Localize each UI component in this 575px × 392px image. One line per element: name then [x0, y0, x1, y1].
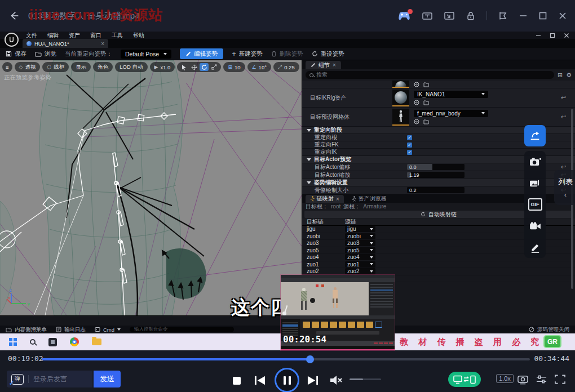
retarget-root-checkbox[interactable]: ✓: [407, 135, 412, 140]
taskbar-app-icon[interactable]: [48, 338, 57, 346]
save-button[interactable]: 保存: [6, 50, 26, 58]
chrome-icon[interactable]: [70, 337, 79, 346]
asset-tab[interactable]: HUA_NANO1* ×: [23, 39, 108, 48]
view-options-icon[interactable]: ⊞: [558, 72, 563, 79]
chain-source-dropdown[interactable]: zuo3: [345, 240, 375, 246]
grid-snap-toggle[interactable]: ⊞10: [223, 62, 245, 72]
screenshot-icon[interactable]: [529, 155, 541, 168]
back-icon[interactable]: [8, 10, 20, 22]
windows-start-icon[interactable]: [9, 338, 17, 346]
mini-window-icon[interactable]: [444, 11, 455, 21]
lod-button[interactable]: LOD 自动: [115, 62, 147, 72]
minimize-icon[interactable]: [519, 11, 528, 20]
lock-icon[interactable]: [466, 11, 476, 21]
reset-property-icon[interactable]: ↩: [561, 94, 566, 101]
content-drawer-button[interactable]: 内容侧滑菜单: [6, 326, 47, 333]
maximize-icon[interactable]: [538, 11, 547, 20]
viewport-menu-button[interactable]: ≡: [2, 62, 12, 72]
asset-browser-tab[interactable]: 资产浏览器: [347, 195, 391, 203]
video-record-icon[interactable]: [529, 220, 541, 232]
annotate-pencil-icon[interactable]: [530, 241, 541, 253]
pin-on-top-icon[interactable]: [498, 11, 508, 20]
ikrig-dropdown[interactable]: IK_NANO1: [414, 91, 488, 98]
chain-row[interactable]: zuo1zuo1: [302, 261, 575, 269]
asset-thumbnail-ikrig[interactable]: [392, 90, 409, 106]
ue-maximize-icon[interactable]: [550, 33, 555, 38]
details-tab-close-icon[interactable]: ×: [333, 62, 336, 68]
details-tab[interactable]: 细节 ×: [306, 61, 341, 69]
ue-minimize-icon[interactable]: [536, 33, 541, 38]
chain-source-dropdown[interactable]: zuobi: [345, 233, 375, 239]
playlist-tab[interactable]: 列表 ‹: [554, 170, 575, 205]
settings-gear-icon[interactable]: ⚙: [566, 72, 572, 79]
mute-button[interactable]: [329, 374, 343, 386]
chain-tab-close-icon[interactable]: ×: [336, 196, 339, 202]
menu-asset[interactable]: 资产: [69, 32, 80, 39]
actor-offset-field[interactable]: 0.0: [407, 164, 465, 170]
retarget-fk-checkbox[interactable]: ✓: [407, 142, 412, 148]
pip-preview-window[interactable]: 00:20:54: [281, 275, 395, 350]
pose-dropdown[interactable]: Default Pose: [121, 50, 171, 59]
game-center-icon[interactable]: [397, 11, 411, 21]
asset-thumbnail-sphere[interactable]: [392, 81, 409, 88]
character-button[interactable]: 角色: [93, 62, 113, 72]
tab-close-icon[interactable]: ×: [101, 41, 104, 47]
danmaku-toggle-icon[interactable]: 弹✓: [11, 374, 24, 385]
cast-to-device-button[interactable]: [448, 372, 481, 387]
previous-button[interactable]: [254, 375, 267, 386]
use-selected-asset-icon[interactable]: [414, 100, 419, 105]
ue-close-icon[interactable]: [564, 33, 569, 38]
next-button[interactable]: [306, 375, 319, 386]
chain-mapping-tab[interactable]: 链映射 ×: [306, 195, 344, 203]
reset-pose-button[interactable]: 重设姿势: [312, 50, 344, 58]
scale-snap-toggle[interactable]: ⤢0.25: [273, 62, 299, 72]
danmaku-input[interactable]: 弹✓ 登录后发言: [7, 371, 92, 387]
seek-bar[interactable]: [42, 358, 530, 360]
menu-tools[interactable]: 工具: [112, 32, 123, 39]
chain-source-dropdown[interactable]: zuo5: [345, 247, 375, 253]
edit-pose-button[interactable]: 编辑姿势: [180, 48, 223, 59]
fullscreen-button[interactable]: [554, 374, 566, 385]
select-tool-icon[interactable]: [179, 63, 188, 71]
chain-source-dropdown[interactable]: zuo4: [345, 254, 375, 260]
browse-to-asset-icon[interactable]: [423, 82, 429, 87]
asset-thumbnail-mesh[interactable]: [392, 109, 409, 126]
playback-speed-button[interactable]: 1.0x: [496, 374, 514, 383]
bone-draw-size-field[interactable]: 0.2: [407, 187, 465, 193]
revision-control-status[interactable]: 源码管理关闭: [529, 326, 569, 333]
volume-slider[interactable]: [350, 378, 381, 380]
angle-snap-toggle[interactable]: ∠10°: [247, 62, 271, 72]
cmd-dropdown[interactable]: Cmd: [95, 327, 121, 333]
chain-source-dropdown[interactable]: jigu: [345, 226, 375, 232]
playback-speed-button[interactable]: ▶x1.0: [150, 62, 175, 72]
new-pose-button[interactable]: +新建姿势: [232, 50, 263, 58]
tv-cast-icon[interactable]: [422, 11, 433, 21]
actor-scale-field[interactable]: 1.19: [407, 172, 465, 178]
menu-window[interactable]: 窗口: [90, 32, 101, 39]
use-selected-asset-icon[interactable]: [414, 82, 419, 87]
video-frame[interactable]: 文件 编辑 资产 窗口 工具 帮助 HUA_NANO1* ×: [0, 32, 575, 350]
record-icon[interactable]: [517, 374, 529, 385]
share-button[interactable]: [524, 125, 546, 146]
browse-to-asset-icon[interactable]: [423, 100, 429, 105]
delete-pose-button[interactable]: 删除姿势: [271, 50, 303, 58]
gif-capture-icon[interactable]: GIF: [528, 198, 542, 211]
search-input[interactable]: 搜索: [306, 71, 554, 79]
chain-source-dropdown[interactable]: zuo1: [345, 261, 375, 268]
menu-file[interactable]: 文件: [26, 32, 37, 39]
use-selected-asset-icon[interactable]: [414, 119, 419, 124]
rotate-tool-icon[interactable]: [200, 63, 209, 71]
browse-button[interactable]: 浏览: [35, 50, 56, 58]
retarget-ik-checkbox[interactable]: ✓: [407, 150, 412, 155]
browse-to-asset-icon[interactable]: [423, 119, 429, 124]
progress-knob[interactable]: [306, 355, 314, 363]
chain-source-dropdown[interactable]: zuo2: [345, 268, 375, 274]
close-icon[interactable]: [558, 11, 567, 20]
wireframe-button[interactable]: ⬡线框: [42, 62, 69, 72]
settings-sliders-icon[interactable]: [536, 374, 547, 385]
send-button[interactable]: 发送: [94, 371, 121, 387]
viewport[interactable]: z y x ≡ ◇透视 ⬡线框 显示 角色 LOD 自动 ▶x1.0: [0, 60, 302, 315]
scale-tool-icon[interactable]: [210, 63, 219, 71]
console-command-input[interactable]: 输入控制台命令: [130, 327, 234, 332]
pause-button[interactable]: [275, 368, 299, 392]
